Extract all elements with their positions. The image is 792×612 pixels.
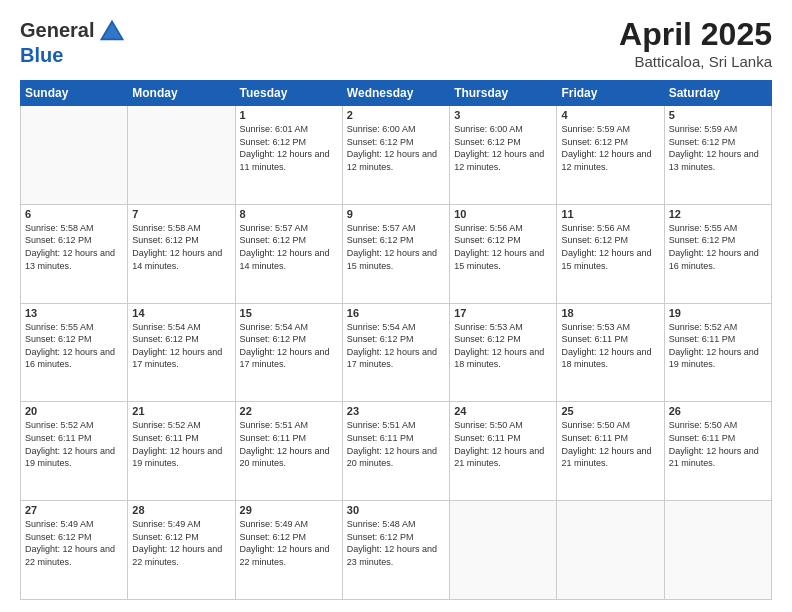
day-number: 14 [132,307,230,319]
col-wednesday: Wednesday [342,81,449,106]
calendar-cell: 27Sunrise: 5:49 AMSunset: 6:12 PMDayligh… [21,501,128,600]
day-info: Sunrise: 5:55 AMSunset: 6:12 PMDaylight:… [25,321,123,371]
logo-blue: Blue [20,44,63,66]
day-number: 5 [669,109,767,121]
day-info: Sunrise: 5:50 AMSunset: 6:11 PMDaylight:… [454,419,552,469]
calendar-cell: 29Sunrise: 5:49 AMSunset: 6:12 PMDayligh… [235,501,342,600]
day-info: Sunrise: 5:52 AMSunset: 6:11 PMDaylight:… [669,321,767,371]
day-number: 24 [454,405,552,417]
calendar-cell: 20Sunrise: 5:52 AMSunset: 6:11 PMDayligh… [21,402,128,501]
day-number: 17 [454,307,552,319]
calendar-cell [664,501,771,600]
calendar-week-1: 6Sunrise: 5:58 AMSunset: 6:12 PMDaylight… [21,204,772,303]
day-number: 19 [669,307,767,319]
day-number: 22 [240,405,338,417]
calendar-cell [557,501,664,600]
col-tuesday: Tuesday [235,81,342,106]
day-number: 10 [454,208,552,220]
calendar-cell: 9Sunrise: 5:57 AMSunset: 6:12 PMDaylight… [342,204,449,303]
calendar-header-row: Sunday Monday Tuesday Wednesday Thursday… [21,81,772,106]
day-info: Sunrise: 5:54 AMSunset: 6:12 PMDaylight:… [132,321,230,371]
day-info: Sunrise: 5:52 AMSunset: 6:11 PMDaylight:… [25,419,123,469]
calendar-cell: 12Sunrise: 5:55 AMSunset: 6:12 PMDayligh… [664,204,771,303]
calendar-title: April 2025 [619,16,772,53]
calendar-cell: 14Sunrise: 5:54 AMSunset: 6:12 PMDayligh… [128,303,235,402]
day-info: Sunrise: 5:54 AMSunset: 6:12 PMDaylight:… [347,321,445,371]
day-number: 29 [240,504,338,516]
day-info: Sunrise: 5:52 AMSunset: 6:11 PMDaylight:… [132,419,230,469]
day-number: 6 [25,208,123,220]
col-saturday: Saturday [664,81,771,106]
calendar-cell: 4Sunrise: 5:59 AMSunset: 6:12 PMDaylight… [557,106,664,205]
calendar-cell: 8Sunrise: 5:57 AMSunset: 6:12 PMDaylight… [235,204,342,303]
calendar-cell: 17Sunrise: 5:53 AMSunset: 6:12 PMDayligh… [450,303,557,402]
calendar-week-2: 13Sunrise: 5:55 AMSunset: 6:12 PMDayligh… [21,303,772,402]
day-number: 11 [561,208,659,220]
calendar-cell: 22Sunrise: 5:51 AMSunset: 6:11 PMDayligh… [235,402,342,501]
calendar-cell: 16Sunrise: 5:54 AMSunset: 6:12 PMDayligh… [342,303,449,402]
day-number: 1 [240,109,338,121]
calendar-cell: 21Sunrise: 5:52 AMSunset: 6:11 PMDayligh… [128,402,235,501]
day-info: Sunrise: 5:48 AMSunset: 6:12 PMDaylight:… [347,518,445,568]
day-info: Sunrise: 5:50 AMSunset: 6:11 PMDaylight:… [561,419,659,469]
calendar-week-0: 1Sunrise: 6:01 AMSunset: 6:12 PMDaylight… [21,106,772,205]
day-info: Sunrise: 5:51 AMSunset: 6:11 PMDaylight:… [347,419,445,469]
calendar-cell: 11Sunrise: 5:56 AMSunset: 6:12 PMDayligh… [557,204,664,303]
calendar-subtitle: Batticaloa, Sri Lanka [619,53,772,70]
title-block: April 2025 Batticaloa, Sri Lanka [619,16,772,70]
day-info: Sunrise: 5:56 AMSunset: 6:12 PMDaylight:… [454,222,552,272]
logo-general: General [20,19,94,41]
day-info: Sunrise: 5:49 AMSunset: 6:12 PMDaylight:… [132,518,230,568]
calendar-cell: 13Sunrise: 5:55 AMSunset: 6:12 PMDayligh… [21,303,128,402]
calendar-cell: 2Sunrise: 6:00 AMSunset: 6:12 PMDaylight… [342,106,449,205]
day-number: 18 [561,307,659,319]
day-info: Sunrise: 6:00 AMSunset: 6:12 PMDaylight:… [454,123,552,173]
day-info: Sunrise: 5:56 AMSunset: 6:12 PMDaylight:… [561,222,659,272]
day-number: 27 [25,504,123,516]
calendar-cell: 15Sunrise: 5:54 AMSunset: 6:12 PMDayligh… [235,303,342,402]
day-info: Sunrise: 5:49 AMSunset: 6:12 PMDaylight:… [25,518,123,568]
day-info: Sunrise: 5:51 AMSunset: 6:11 PMDaylight:… [240,419,338,469]
day-number: 26 [669,405,767,417]
day-number: 4 [561,109,659,121]
calendar-cell: 23Sunrise: 5:51 AMSunset: 6:11 PMDayligh… [342,402,449,501]
day-number: 23 [347,405,445,417]
day-info: Sunrise: 5:57 AMSunset: 6:12 PMDaylight:… [240,222,338,272]
calendar-cell: 26Sunrise: 5:50 AMSunset: 6:11 PMDayligh… [664,402,771,501]
calendar-cell: 28Sunrise: 5:49 AMSunset: 6:12 PMDayligh… [128,501,235,600]
col-friday: Friday [557,81,664,106]
calendar-cell: 30Sunrise: 5:48 AMSunset: 6:12 PMDayligh… [342,501,449,600]
calendar-cell: 1Sunrise: 6:01 AMSunset: 6:12 PMDaylight… [235,106,342,205]
day-number: 3 [454,109,552,121]
day-info: Sunrise: 5:59 AMSunset: 6:12 PMDaylight:… [561,123,659,173]
day-info: Sunrise: 5:53 AMSunset: 6:12 PMDaylight:… [454,321,552,371]
day-info: Sunrise: 5:54 AMSunset: 6:12 PMDaylight:… [240,321,338,371]
day-info: Sunrise: 5:53 AMSunset: 6:11 PMDaylight:… [561,321,659,371]
day-number: 12 [669,208,767,220]
day-number: 2 [347,109,445,121]
day-number: 16 [347,307,445,319]
col-thursday: Thursday [450,81,557,106]
calendar-cell: 25Sunrise: 5:50 AMSunset: 6:11 PMDayligh… [557,402,664,501]
day-info: Sunrise: 5:59 AMSunset: 6:12 PMDaylight:… [669,123,767,173]
calendar-cell: 7Sunrise: 5:58 AMSunset: 6:12 PMDaylight… [128,204,235,303]
day-number: 7 [132,208,230,220]
day-info: Sunrise: 5:49 AMSunset: 6:12 PMDaylight:… [240,518,338,568]
day-info: Sunrise: 5:50 AMSunset: 6:11 PMDaylight:… [669,419,767,469]
calendar-cell [128,106,235,205]
day-number: 13 [25,307,123,319]
calendar-cell: 5Sunrise: 5:59 AMSunset: 6:12 PMDaylight… [664,106,771,205]
day-info: Sunrise: 6:00 AMSunset: 6:12 PMDaylight:… [347,123,445,173]
calendar-cell: 3Sunrise: 6:00 AMSunset: 6:12 PMDaylight… [450,106,557,205]
calendar-week-3: 20Sunrise: 5:52 AMSunset: 6:11 PMDayligh… [21,402,772,501]
calendar-table: Sunday Monday Tuesday Wednesday Thursday… [20,80,772,600]
day-info: Sunrise: 6:01 AMSunset: 6:12 PMDaylight:… [240,123,338,173]
day-info: Sunrise: 5:58 AMSunset: 6:12 PMDaylight:… [132,222,230,272]
calendar-cell: 6Sunrise: 5:58 AMSunset: 6:12 PMDaylight… [21,204,128,303]
day-number: 30 [347,504,445,516]
calendar-cell: 19Sunrise: 5:52 AMSunset: 6:11 PMDayligh… [664,303,771,402]
logo: General Blue [20,16,126,66]
day-number: 28 [132,504,230,516]
calendar-cell [21,106,128,205]
calendar-cell: 24Sunrise: 5:50 AMSunset: 6:11 PMDayligh… [450,402,557,501]
